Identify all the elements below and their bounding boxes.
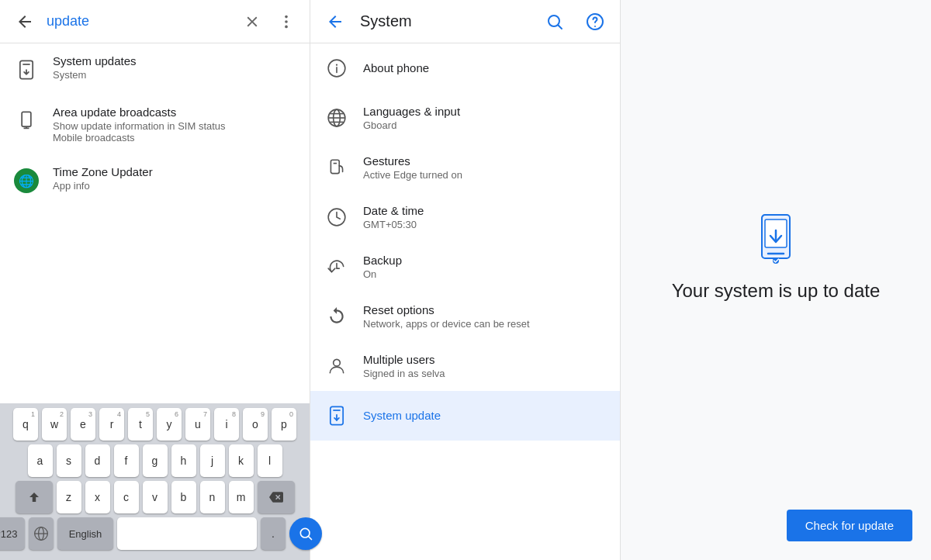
result-text: Time Zone Updater App info xyxy=(53,165,297,192)
result-subtitle: App info xyxy=(53,180,297,192)
key-g[interactable]: g xyxy=(143,444,168,477)
setting-backup[interactable]: Backup On xyxy=(310,242,620,292)
result-subtitle2: Mobile broadcasts xyxy=(53,132,297,143)
svg-point-1 xyxy=(285,20,288,23)
key-o[interactable]: 9o xyxy=(243,408,268,441)
setting-name: About phone xyxy=(363,61,607,74)
keyboard-row-2: a s d f g h j k l xyxy=(3,444,306,477)
list-item[interactable]: 🌐 Time Zone Updater App info xyxy=(0,154,310,206)
key-h[interactable]: h xyxy=(171,444,196,477)
clear-search-button[interactable] xyxy=(238,8,266,36)
panel-back-button[interactable] xyxy=(320,6,351,37)
key-space[interactable] xyxy=(117,517,257,550)
setting-languages-input[interactable]: Languages & input Gboard xyxy=(310,93,620,143)
setting-reset-options[interactable]: Reset options Network, apps or device ca… xyxy=(310,292,620,341)
backup-icon xyxy=(323,253,351,281)
update-status-icon xyxy=(748,212,804,268)
search-input[interactable] xyxy=(47,13,232,29)
globe-icon xyxy=(323,104,351,132)
right-panel: Your system is up to date Check for upda… xyxy=(621,0,931,560)
key-y[interactable]: 6y xyxy=(157,408,182,441)
key-l[interactable]: l xyxy=(258,444,282,477)
keyboard-row-3: z x c v b n m xyxy=(3,481,306,513)
setting-desc: Signed in as selva xyxy=(363,368,607,379)
key-globe[interactable] xyxy=(29,517,54,550)
key-e[interactable]: 3e xyxy=(71,408,95,441)
list-item[interactable]: System updates System xyxy=(0,43,310,95)
key-v[interactable]: v xyxy=(143,481,168,513)
svg-line-16 xyxy=(559,25,562,29)
setting-text: Languages & input Gboard xyxy=(363,105,607,131)
keyboard: 1q 2w 3e 4r 5t 6y 7u 8i 9o 0p a s d f g … xyxy=(0,403,310,560)
setting-name: Date & time xyxy=(363,204,607,217)
key-f[interactable]: f xyxy=(114,444,139,477)
setting-name: Multiple users xyxy=(363,353,607,366)
result-subtitle: System xyxy=(53,69,297,81)
key-z[interactable]: z xyxy=(57,481,81,513)
svg-rect-5 xyxy=(22,112,31,126)
key-r[interactable]: 4r xyxy=(99,408,124,441)
key-a[interactable]: a xyxy=(28,444,53,477)
svg-point-18 xyxy=(594,26,596,27)
setting-system-update[interactable]: System update xyxy=(310,391,620,441)
gesture-icon xyxy=(323,154,351,181)
key-m[interactable]: m xyxy=(229,481,254,513)
key-d[interactable]: d xyxy=(85,444,110,477)
key-numbers[interactable]: ?123 xyxy=(0,517,25,550)
settings-list: About phone Languages & input Gboard xyxy=(310,43,620,560)
key-t[interactable]: 5t xyxy=(128,408,153,441)
result-text: Area update broadcasts Show update infor… xyxy=(53,105,297,143)
setting-multiple-users[interactable]: Multiple users Signed in as selva xyxy=(310,341,620,391)
check-update-button[interactable]: Check for update xyxy=(787,510,912,541)
keyboard-row-4: ?123 English . xyxy=(3,517,306,550)
key-w[interactable]: 2w xyxy=(42,408,67,441)
key-u[interactable]: 7u xyxy=(185,408,210,441)
setting-text: Date & time GMT+05:30 xyxy=(363,204,607,230)
search-panel: System updates System Area update broadc… xyxy=(0,0,310,560)
setting-about-phone[interactable]: About phone xyxy=(310,43,620,93)
setting-name: System update xyxy=(363,409,607,422)
timezone-icon: 🌐 xyxy=(12,167,40,195)
result-subtitle1: Show update information in SIM status xyxy=(53,120,297,132)
back-button[interactable] xyxy=(9,6,40,37)
more-options-button[interactable] xyxy=(272,8,300,36)
update-status-title: Your system is up to date xyxy=(672,280,881,302)
svg-point-30 xyxy=(334,359,341,366)
key-p[interactable]: 0p xyxy=(272,408,296,441)
panel-search-button[interactable] xyxy=(539,6,570,37)
key-j[interactable]: j xyxy=(200,444,225,477)
result-text: System updates System xyxy=(53,54,297,81)
key-s[interactable]: s xyxy=(57,444,81,477)
setting-text: Gestures Active Edge turned on xyxy=(363,154,607,181)
panel-help-button[interactable] xyxy=(580,6,611,37)
key-n[interactable]: n xyxy=(200,481,225,513)
key-x[interactable]: x xyxy=(85,481,110,513)
search-bar xyxy=(0,0,310,43)
key-shift[interactable] xyxy=(16,481,53,513)
setting-name: Languages & input xyxy=(363,105,607,118)
key-b[interactable]: b xyxy=(171,481,196,513)
setting-text: Multiple users Signed in as selva xyxy=(363,353,607,379)
svg-rect-27 xyxy=(331,160,339,173)
system-settings-panel: System Abo xyxy=(310,0,621,560)
key-backspace[interactable] xyxy=(258,481,295,513)
result-title: Time Zone Updater xyxy=(53,165,297,178)
setting-text: Backup On xyxy=(363,254,607,280)
setting-desc: Network, apps or device can be reset xyxy=(363,318,607,330)
key-search[interactable] xyxy=(289,517,322,550)
setting-name: Gestures xyxy=(363,154,607,168)
setting-desc: Gboard xyxy=(363,119,607,131)
key-c[interactable]: c xyxy=(114,481,139,513)
keyboard-row-1: 1q 2w 3e 4r 5t 6y 7u 8i 9o 0p xyxy=(3,408,306,441)
list-item[interactable]: Area update broadcasts Show update infor… xyxy=(0,95,310,154)
setting-gestures[interactable]: Gestures Active Edge turned on xyxy=(310,143,620,192)
phone-update-icon xyxy=(12,56,40,84)
key-q[interactable]: 1q xyxy=(13,408,38,441)
key-language[interactable]: English xyxy=(57,517,113,550)
key-i[interactable]: 8i xyxy=(214,408,239,441)
svg-line-14 xyxy=(309,537,312,540)
key-k[interactable]: k xyxy=(229,444,254,477)
setting-text: About phone xyxy=(363,61,607,76)
key-period[interactable]: . xyxy=(261,517,286,550)
setting-date-time[interactable]: Date & time GMT+05:30 xyxy=(310,192,620,242)
